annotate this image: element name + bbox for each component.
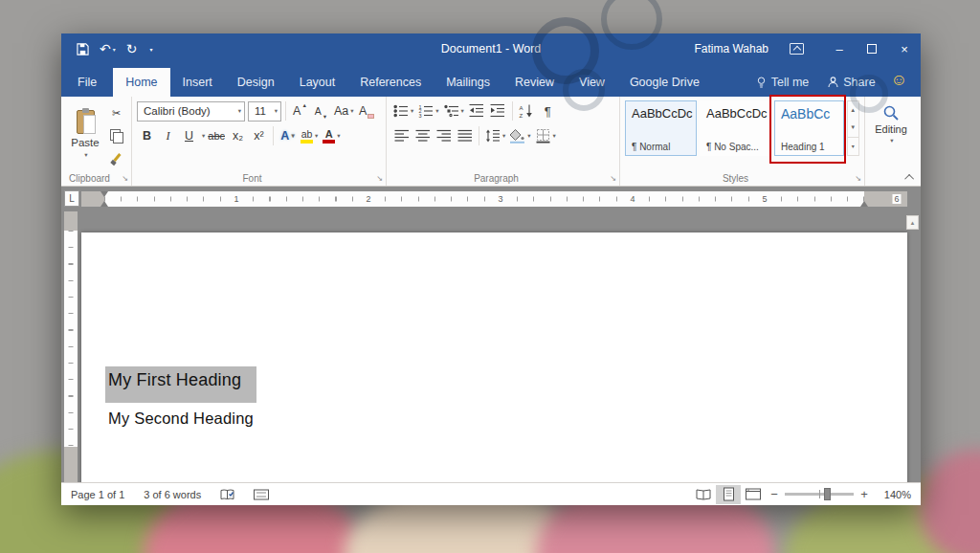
print-layout-icon: [723, 487, 735, 501]
bullets-button[interactable]: ▾: [391, 100, 415, 122]
bold-button[interactable]: B: [137, 125, 157, 146]
tell-me-box[interactable]: Tell me: [746, 68, 819, 97]
tab-mailings[interactable]: Mailings: [434, 68, 502, 97]
styles-scroll-up-icon[interactable]: ▲: [848, 101, 859, 119]
word-count[interactable]: 3 of 6 words: [144, 489, 201, 500]
font-size-combo[interactable]: 11 ▾: [248, 101, 281, 122]
font-name-combo[interactable]: Calibri (Body) ▾: [137, 101, 245, 122]
style-no-spacing[interactable]: AaBbCcDc ¶ No Spac...: [700, 100, 771, 156]
underline-button[interactable]: U: [179, 125, 199, 146]
zoom-level[interactable]: 140%: [873, 489, 911, 500]
style-heading-1[interactable]: AaBbCc Heading 1: [774, 100, 844, 156]
grow-font-button[interactable]: A▲: [290, 100, 310, 122]
styles-more-icon[interactable]: ▾: [848, 137, 859, 155]
hanging-indent-marker[interactable]: [100, 201, 108, 207]
increase-indent-button[interactable]: [488, 100, 508, 122]
titlebar: ↶▾ ↻ ▾ Document1 - Word Fatima Wahab – ×: [61, 33, 921, 64]
tab-references[interactable]: References: [347, 68, 434, 97]
maximize-button[interactable]: [856, 33, 888, 64]
numbering-button[interactable]: 123 ▾: [416, 100, 440, 122]
proofing-status-button[interactable]: [220, 488, 234, 501]
heading-2-text[interactable]: My Second Heading: [108, 409, 907, 428]
tab-layout[interactable]: Layout: [287, 68, 348, 97]
tab-design[interactable]: Design: [225, 68, 287, 97]
decrease-indent-button[interactable]: [467, 100, 487, 122]
close-button[interactable]: ×: [888, 33, 921, 64]
first-line-indent-marker[interactable]: [100, 191, 108, 197]
sort-button[interactable]: AZ: [517, 100, 537, 122]
scroll-up-icon: ▲: [910, 220, 916, 226]
language-keyboard-button[interactable]: [254, 489, 269, 500]
justify-button[interactable]: [455, 125, 475, 146]
horizontal-ruler[interactable]: 1 2 3 4 5 6: [81, 191, 907, 207]
strikethrough-button[interactable]: abc: [206, 125, 227, 146]
style-normal-name: ¶ Normal: [632, 142, 690, 152]
change-case-button[interactable]: Aa▾: [332, 100, 356, 122]
align-center-button[interactable]: [412, 125, 433, 146]
styles-scroll-down-icon[interactable]: ▼: [848, 119, 859, 136]
clipboard-dialog-launcher-icon[interactable]: ↘: [122, 175, 128, 183]
cut-button[interactable]: ✂: [106, 102, 126, 123]
page-indicator[interactable]: Page 1 of 1: [71, 489, 124, 500]
borders-button[interactable]: ▾: [534, 125, 558, 146]
scrollbar-up-button[interactable]: ▲: [906, 215, 919, 230]
tab-file[interactable]: File: [61, 68, 113, 97]
tab-insert[interactable]: Insert: [170, 68, 225, 97]
zoom-slider-handle[interactable]: [824, 488, 831, 500]
shading-button[interactable]: ▾: [508, 125, 532, 146]
font-dialog-launcher-icon[interactable]: ↘: [376, 175, 383, 183]
vertical-ruler[interactable]: [64, 211, 78, 482]
web-layout-button[interactable]: [741, 485, 766, 504]
style-normal[interactable]: AaBbCcDc ¶ Normal: [625, 100, 697, 156]
web-layout-icon: [746, 488, 761, 500]
font-color-button[interactable]: A ▾: [321, 125, 342, 146]
align-right-button[interactable]: [434, 125, 454, 146]
zoom-in-button[interactable]: +: [856, 487, 873, 501]
underline-caret-icon[interactable]: ▾: [202, 132, 205, 140]
zoom-slider[interactable]: [785, 493, 854, 496]
right-indent-marker[interactable]: [860, 201, 868, 207]
tab-stop-selector[interactable]: L: [64, 190, 79, 207]
document-page[interactable]: My First Heading My Second Heading: [81, 232, 907, 482]
multilevel-list-button[interactable]: ▾: [442, 100, 466, 122]
paste-clipboard-icon: [77, 110, 95, 134]
zoom-out-button[interactable]: −: [766, 487, 783, 501]
align-left-icon: [394, 128, 410, 144]
heading-1-text[interactable]: My First Heading: [108, 370, 241, 389]
align-left-button[interactable]: [391, 125, 412, 146]
superscript-button[interactable]: x²: [249, 125, 269, 146]
redo-button[interactable]: ↻: [126, 41, 138, 56]
subscript-button[interactable]: x₂: [228, 125, 248, 146]
ribbon-display-options-icon[interactable]: [790, 43, 804, 55]
account-name[interactable]: Fatima Wahab: [694, 42, 768, 55]
font-group: Calibri (Body) ▾ 11 ▾ A▲ A▼ Aa▾ A B I: [132, 97, 387, 186]
print-layout-button[interactable]: [716, 485, 741, 504]
read-mode-button[interactable]: [691, 485, 716, 504]
copy-button[interactable]: [106, 125, 126, 146]
paragraph-dialog-launcher-icon[interactable]: ↘: [610, 175, 616, 183]
tab-view[interactable]: View: [567, 68, 617, 97]
italic-button[interactable]: I: [158, 125, 178, 146]
highlight-color-button[interactable]: ab ▾: [299, 125, 320, 146]
ruler-number: 5: [760, 194, 768, 204]
format-painter-button[interactable]: [106, 148, 126, 169]
text-effects-button[interactable]: A▾: [278, 125, 298, 146]
share-button[interactable]: Share: [818, 68, 884, 97]
maximize-icon: [867, 44, 877, 54]
undo-button[interactable]: ↶▾: [100, 41, 116, 56]
tab-google-drive[interactable]: Google Drive: [617, 68, 712, 97]
editing-button[interactable]: Editing ▾: [870, 100, 912, 144]
feedback-smiley-icon[interactable]: ☺: [885, 71, 921, 94]
svg-text:Z: Z: [520, 113, 523, 119]
minimize-button[interactable]: –: [823, 33, 856, 64]
shrink-font-button[interactable]: A▼: [311, 100, 331, 122]
tab-review[interactable]: Review: [502, 68, 567, 97]
customize-qat-button[interactable]: ▾: [149, 46, 152, 53]
show-formatting-marks-button[interactable]: ¶: [538, 100, 558, 122]
tab-home[interactable]: Home: [113, 68, 169, 97]
save-icon[interactable]: [77, 43, 89, 55]
line-spacing-button[interactable]: ▾: [483, 125, 507, 146]
paste-button[interactable]: Paste ▾: [66, 100, 104, 167]
clear-formatting-button[interactable]: A: [357, 100, 377, 122]
styles-dialog-launcher-icon[interactable]: ↘: [855, 175, 861, 183]
